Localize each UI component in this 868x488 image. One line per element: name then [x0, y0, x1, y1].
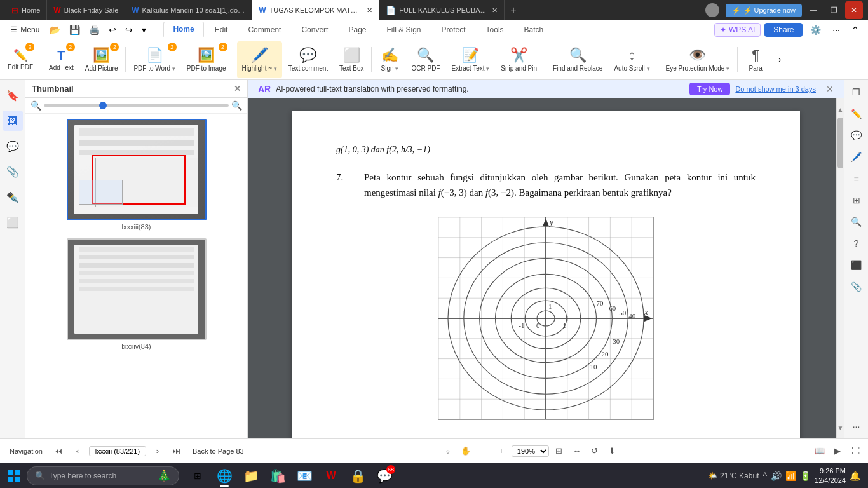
thumbnail-zoom-out-icon[interactable]: 🔍: [31, 100, 41, 111]
open-file-btn[interactable]: 📂: [46, 23, 64, 37]
tab-kalkulus[interactable]: W Kalkulus Mandiri 10 soa1[1].doc...: [125, 0, 252, 20]
back-to-page-btn[interactable]: Back to Page 83: [188, 445, 248, 457]
sidebar-thumbnail-icon[interactable]: 🖼: [3, 111, 23, 131]
maximize-button[interactable]: ❐: [825, 1, 843, 19]
add-text-button[interactable]: 2 T Add Text: [44, 41, 79, 78]
do-not-show-link[interactable]: Do not show me in 3 days: [735, 85, 816, 93]
try-now-button[interactable]: Try Now: [689, 83, 731, 95]
collapse-toolbar-btn[interactable]: ⌃: [848, 23, 863, 37]
thumbnail-close-btn[interactable]: ✕: [234, 84, 241, 93]
tab-tugas[interactable]: W TUGAS KELOMPOK MATERI ... ✕: [252, 0, 379, 20]
tab-fk-close[interactable]: ✕: [492, 6, 498, 15]
network-icon[interactable]: 📶: [785, 471, 796, 481]
single-page-btn[interactable]: 📖: [812, 444, 827, 459]
download-btn[interactable]: ⬇: [605, 444, 620, 459]
thumbnail-item-84[interactable]: lxxxiv(84): [31, 238, 242, 350]
chevron-up-icon[interactable]: ^: [763, 471, 767, 481]
nav-prev-btn[interactable]: ‹: [70, 444, 85, 459]
sidebar-layers-icon[interactable]: ⬜: [3, 212, 23, 233]
tab-tools-menu[interactable]: Tools: [477, 22, 513, 37]
taskbar-search-bar[interactable]: 🔍 Type here to search 🎄: [27, 466, 179, 485]
taskbar-edge[interactable]: 🌐: [212, 464, 236, 488]
wps-ai-button[interactable]: ✦ WPS AI: [714, 23, 761, 37]
tab-protect-menu[interactable]: Protect: [432, 22, 475, 37]
zoom-level-select[interactable]: 190% 100% 150% 200%: [512, 445, 549, 457]
new-tab-button[interactable]: +: [505, 1, 522, 19]
nav-last-btn[interactable]: ⏭: [169, 444, 184, 459]
highlight-button[interactable]: 🖊️ Highlight ~ ▾: [237, 41, 282, 78]
nav-first-btn[interactable]: ⏮: [51, 444, 66, 459]
weather-widget[interactable]: 🌤️ 21°C Kabut: [708, 471, 759, 480]
right-more-icon[interactable]: ···: [847, 417, 866, 436]
fit-width-btn[interactable]: ↔: [569, 444, 585, 459]
thumbnail-item-83[interactable]: lxxxiii(83): [31, 119, 242, 231]
more-toolbar-btn[interactable]: ▾: [138, 23, 150, 37]
right-attachment-icon[interactable]: 📎: [847, 277, 866, 296]
text-box-button[interactable]: ⬜ Text Box: [334, 41, 369, 78]
hand-tool-btn[interactable]: ✋: [458, 444, 473, 459]
tab-home-menu[interactable]: Home: [163, 22, 203, 37]
para-button[interactable]: ¶ Para: [740, 41, 771, 78]
fullscreen-btn[interactable]: ⛶: [848, 444, 863, 459]
redo-btn[interactable]: ↪: [121, 23, 137, 37]
pdf-area[interactable]: ▲ ▼ g(1, 0, 3) dan f(2, h/3, −1) 7.: [248, 98, 844, 438]
eye-protection-button[interactable]: 👁️ Eye Protection Mode ▾: [661, 41, 735, 78]
edit-pdf-button[interactable]: 2 ✏️ Edit PDF: [3, 41, 38, 78]
extract-text-button[interactable]: 📝 Extract Text ▾: [446, 41, 494, 78]
right-expand-icon[interactable]: ❐: [847, 83, 866, 102]
find-replace-button[interactable]: 🔍 Find and Replace: [548, 41, 607, 78]
right-format-icon[interactable]: ≡: [847, 169, 866, 188]
more-menu-btn[interactable]: ···: [829, 23, 844, 37]
minimize-button[interactable]: —: [804, 1, 822, 19]
pdf-to-word-button[interactable]: 2 📄 PDF to Word ▾: [128, 41, 180, 78]
right-layers-icon[interactable]: ⬛: [847, 255, 866, 274]
taskbar-files[interactable]: 📁: [239, 464, 263, 488]
fit-page-btn[interactable]: ⊞: [552, 444, 567, 459]
settings-btn[interactable]: ⚙️: [806, 23, 825, 37]
share-button[interactable]: Share: [764, 23, 803, 37]
thumbnail-zoom-slider[interactable]: [44, 104, 229, 107]
user-avatar[interactable]: [705, 3, 719, 17]
save-btn[interactable]: 💾: [65, 23, 84, 37]
tab-batch-menu[interactable]: Batch: [515, 22, 553, 37]
sidebar-bookmark-icon[interactable]: 🔖: [3, 85, 23, 105]
auto-scroll-button[interactable]: ↕️ Auto Scroll ▾: [609, 41, 654, 78]
close-button[interactable]: ✕: [845, 1, 863, 19]
right-comment-icon[interactable]: 💬: [847, 126, 866, 145]
cursor-tool-btn[interactable]: ⬦: [440, 444, 456, 459]
rotate-btn[interactable]: ↺: [587, 444, 602, 459]
tab-fillsign-menu[interactable]: Fill & Sign: [377, 22, 430, 37]
taskbar-whatsapp[interactable]: 💬 68: [372, 464, 397, 488]
page-number-input[interactable]: [89, 446, 146, 456]
sidebar-signature-icon[interactable]: ✒️: [3, 187, 23, 207]
notification-center-icon[interactable]: 🔔: [850, 471, 860, 481]
windows-start-button[interactable]: [3, 464, 25, 487]
taskbar-store[interactable]: 🛍️: [266, 464, 290, 488]
taskbar-task-view[interactable]: ⊞: [186, 464, 210, 488]
undo-btn[interactable]: ↩: [105, 23, 120, 37]
tab-edit-menu[interactable]: Edit: [205, 22, 238, 37]
scroll-btn[interactable]: ▶: [830, 444, 845, 459]
taskbar-clock[interactable]: 9:26 PM 12/4/2024: [815, 466, 846, 485]
thumbnail-zoom-in-icon[interactable]: 🔍: [231, 100, 242, 111]
sidebar-comment-icon[interactable]: 💬: [3, 136, 23, 156]
toolbar-scroll-right[interactable]: ›: [772, 41, 787, 78]
right-edit-icon[interactable]: ✏️: [847, 104, 866, 123]
nav-next-btn[interactable]: ›: [150, 444, 165, 459]
tab-convert-menu[interactable]: Convert: [292, 22, 337, 37]
menu-menu-btn[interactable]: ☰ Menu: [5, 24, 44, 36]
pdf-to-image-button[interactable]: 2 🖼️ PDF to Image: [182, 41, 231, 78]
snip-pin-button[interactable]: ✂️ Snip and Pin: [496, 41, 542, 78]
tab-black-friday[interactable]: W Black Friday Sale: [47, 0, 125, 20]
add-picture-button[interactable]: 2 🖼️ Add Picture: [80, 41, 123, 78]
ocr-button[interactable]: 🔍 OCR PDF: [406, 41, 445, 78]
taskbar-wps[interactable]: W: [319, 464, 343, 488]
tab-tugas-close[interactable]: ✕: [367, 6, 372, 15]
speaker-icon[interactable]: 🔊: [771, 471, 782, 481]
tab-comment-menu[interactable]: Comment: [238, 22, 290, 37]
right-highlight-icon[interactable]: 🖊️: [847, 147, 866, 166]
right-search-icon[interactable]: 🔍: [847, 212, 866, 231]
zoom-out-btn[interactable]: −: [476, 444, 491, 459]
upgrade-button[interactable]: ⚡ ⚡ Upgrade now: [726, 4, 803, 17]
right-help-icon[interactable]: ?: [847, 234, 866, 253]
